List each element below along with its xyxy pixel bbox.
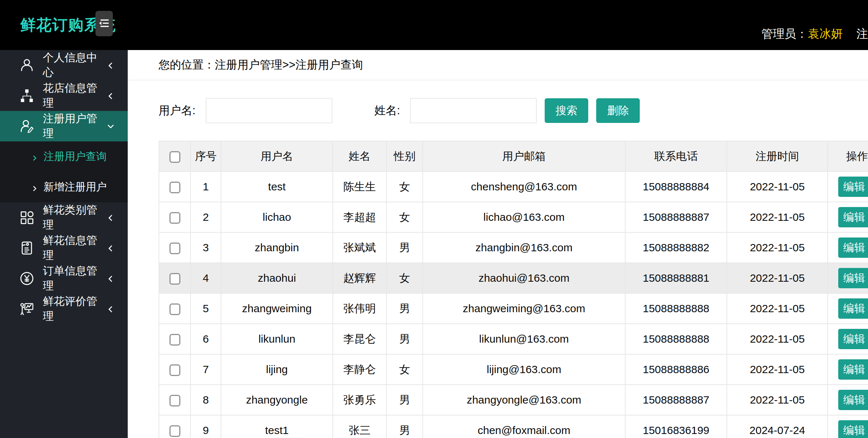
- cell-reg-date: 2022-11-05: [727, 324, 828, 354]
- sidebar: 个人信息中心 花店信息管理 注册用户管理: [0, 50, 128, 438]
- cell-gender: 男: [386, 293, 423, 324]
- sidebar-item-order-info[interactable]: 订单信息管理: [0, 263, 128, 294]
- cell-phone: 15016836199: [625, 415, 727, 438]
- sidebar-item-flower-category[interactable]: 鲜花类别管理: [0, 202, 128, 233]
- row-checkbox[interactable]: [169, 303, 180, 315]
- chevron-left-icon: [106, 91, 115, 100]
- cell-phone: 15088888887: [625, 385, 727, 415]
- edit-button[interactable]: 编辑: [838, 237, 868, 258]
- chevron-left-icon: [106, 274, 115, 283]
- row-checkbox[interactable]: [169, 243, 180, 254]
- sidebar-item-label: 订单信息管理: [43, 264, 106, 293]
- table-row: 8 zhangyongle 张勇乐 男 zhangyongle@163.com …: [159, 385, 868, 415]
- submenu-item-user-query[interactable]: 注册用户查询: [0, 141, 128, 172]
- cell-reg-date: 2022-11-05: [727, 202, 828, 232]
- user-edit-icon: [19, 118, 35, 134]
- cell-no: 5: [191, 293, 221, 324]
- row-checkbox[interactable]: [169, 212, 180, 224]
- cell-name: 李静仑: [333, 354, 386, 385]
- cell-username: lichao: [221, 202, 333, 232]
- table-row: 3 zhangbin 张斌斌 男 zhangbin@163.com 150888…: [159, 232, 868, 263]
- table-header-row: 序号 用户名 姓名 性别 用户邮箱 联系电话 注册时间 操作: [159, 141, 868, 172]
- cell-gender: 女: [386, 263, 423, 293]
- sidebar-item-flower-info[interactable]: 鲜花信息管理: [0, 233, 128, 263]
- admin-name[interactable]: 袁冰妍: [808, 26, 843, 42]
- cell-reg-date: 2022-11-05: [727, 293, 828, 324]
- sidebar-item-label: 鲜花类别管理: [43, 203, 106, 232]
- cell-phone: 15088888887: [625, 202, 727, 232]
- cell-phone: 15088888888: [625, 293, 727, 324]
- chevron-right-icon: [30, 153, 38, 161]
- name-input[interactable]: [410, 98, 537, 123]
- edit-button[interactable]: 编辑: [838, 207, 868, 227]
- cell-username: lijing: [221, 354, 333, 385]
- topbar-user-area: 管理员： 袁冰妍 注销: [761, 0, 868, 50]
- flower-info-icon: [19, 240, 35, 256]
- sitemap-icon: [19, 88, 35, 104]
- cell-gender: 女: [386, 354, 423, 385]
- row-checkbox[interactable]: [169, 364, 180, 376]
- edit-button[interactable]: 编辑: [838, 298, 868, 319]
- row-checkbox[interactable]: [169, 334, 180, 346]
- main-content: 您的位置：注册用户管理>>注册用户查询 用户名: 姓名: 搜索 删除 序号 用户…: [128, 50, 868, 438]
- sidebar-item-shop-info[interactable]: 花店信息管理: [0, 80, 128, 111]
- col-header-email: 用户邮箱: [423, 141, 625, 172]
- cell-gender: 女: [386, 172, 423, 202]
- table-row: 5 zhangweiming 张伟明 男 zhangweiming@163.co…: [159, 293, 868, 324]
- row-checkbox[interactable]: [169, 273, 180, 285]
- col-header-phone: 联系电话: [625, 141, 727, 172]
- cell-name: 赵辉辉: [333, 263, 386, 293]
- cell-name: 张斌斌: [333, 232, 386, 263]
- breadcrumb-text: 您的位置：注册用户管理>>注册用户查询: [159, 57, 363, 73]
- cell-name: 陈生生: [333, 172, 386, 202]
- cell-username: zhaohui: [221, 263, 333, 293]
- cell-username: zhangweiming: [221, 293, 333, 324]
- edit-button[interactable]: 编辑: [838, 420, 868, 438]
- table-row: 2 lichao 李超超 女 lichao@163.com 1508888888…: [159, 202, 868, 232]
- cell-email: lichao@163.com: [423, 202, 625, 232]
- username-input[interactable]: [206, 98, 332, 123]
- cell-email: zhaohui@163.com: [423, 263, 625, 293]
- edit-button[interactable]: 编辑: [838, 359, 868, 380]
- search-button[interactable]: 搜索: [545, 98, 588, 123]
- sidebar-collapse-button[interactable]: [95, 11, 113, 36]
- col-header-action: 操作: [828, 141, 868, 172]
- cell-phone: 15088888881: [625, 263, 727, 293]
- cell-name: 张三: [333, 415, 386, 438]
- edit-button[interactable]: 编辑: [838, 329, 868, 349]
- cell-name: 张勇乐: [333, 385, 386, 415]
- submenu-item-add-user[interactable]: 新增注册用户: [0, 172, 128, 202]
- table-row-hovered: 4 zhaohui 赵辉辉 女 zhaohui@163.com 15088888…: [159, 263, 868, 293]
- sidebar-item-personal-info[interactable]: 个人信息中心: [0, 50, 128, 80]
- cell-email: zhangweiming@163.com: [423, 293, 625, 324]
- yen-icon: [19, 270, 35, 286]
- col-header-gender: 性别: [386, 141, 423, 172]
- submenu-item-label: 新增注册用户: [44, 180, 107, 194]
- select-all-checkbox[interactable]: [169, 151, 180, 163]
- edit-button[interactable]: 编辑: [838, 390, 868, 410]
- col-header-name: 姓名: [333, 141, 386, 172]
- logout-link[interactable]: 注销: [856, 26, 868, 42]
- cell-email: chensheng@163.com: [423, 172, 625, 202]
- table-row: 6 likunlun 李昆仑 男 likunlun@163.com 150888…: [159, 324, 868, 354]
- row-checkbox[interactable]: [169, 425, 180, 437]
- cell-no: 1: [191, 172, 221, 202]
- col-header-username: 用户名: [221, 141, 333, 172]
- cell-gender: 男: [386, 324, 423, 354]
- cell-username: test1: [221, 415, 333, 438]
- sidebar-item-label: 注册用户管理: [43, 111, 106, 141]
- edit-button[interactable]: 编辑: [838, 177, 868, 197]
- category-icon: [19, 210, 35, 226]
- sidebar-item-flower-review[interactable]: 鲜花评价管理: [0, 294, 128, 324]
- row-checkbox[interactable]: [169, 395, 180, 406]
- table-row: 7 lijing 李静仑 女 lijing@163.com 1508888888…: [159, 354, 868, 385]
- edit-button[interactable]: 编辑: [838, 268, 868, 288]
- chevron-left-icon: [106, 243, 115, 253]
- delete-button[interactable]: 删除: [596, 98, 640, 123]
- cell-name: 张伟明: [333, 293, 386, 324]
- row-checkbox[interactable]: [169, 182, 180, 193]
- sidebar-item-registered-users[interactable]: 注册用户管理: [0, 111, 128, 141]
- sidebar-item-label: 鲜花评价管理: [43, 294, 106, 324]
- col-header-no: 序号: [191, 141, 221, 172]
- cell-reg-date: 2022-11-05: [727, 263, 828, 293]
